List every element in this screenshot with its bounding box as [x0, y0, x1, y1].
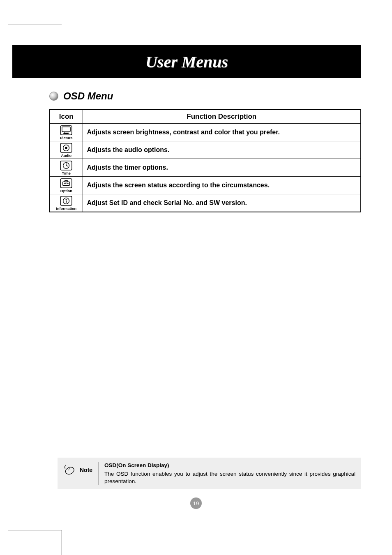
icon-label: Picture: [60, 136, 73, 140]
page-title-bar: User Menus: [12, 45, 361, 78]
icon-label: Information: [56, 207, 77, 211]
crop-mark: [62, 530, 62, 555]
note-box: Note OSD(On Screen Display) The OSD func…: [58, 458, 361, 489]
page-title: User Menus: [145, 52, 228, 71]
icon-label: Audio: [61, 154, 72, 158]
crop-mark: [361, 0, 361, 25]
desc-cell: Adjusts the audio options.: [83, 141, 361, 159]
bullet-icon: [49, 92, 58, 101]
svg-line-22: [69, 467, 70, 470]
icon-label: Option: [60, 189, 72, 193]
page-number: 19: [190, 497, 202, 509]
table-row: Audio Adjusts the audio options.: [50, 141, 361, 159]
osd-table: Icon Function Description: [49, 109, 361, 212]
page-number-value: 19: [193, 500, 199, 507]
section-header: OSD Menu: [49, 90, 361, 102]
icon-cell-information: Information: [50, 194, 83, 212]
information-icon: [60, 196, 72, 206]
col-header-desc: Function Description: [83, 110, 361, 124]
note-divider: [98, 462, 99, 485]
desc-cell: Adjusts the screen status according to t…: [83, 177, 361, 194]
time-icon: [60, 161, 72, 170]
icon-cell-picture: Picture: [50, 124, 83, 141]
desc-cell: Adjusts the timer options.: [83, 159, 361, 177]
picture-icon: [60, 125, 72, 135]
icon-cell-audio: Audio: [50, 141, 83, 159]
note-label: Note: [80, 467, 92, 473]
note-icon-wrap: Note: [62, 462, 92, 477]
table-row: Option Adjusts the screen status accordi…: [50, 177, 361, 194]
svg-line-21: [67, 468, 69, 470]
svg-point-18: [66, 199, 67, 200]
svg-point-20: [65, 466, 75, 476]
svg-point-6: [65, 147, 67, 149]
osd-section: OSD Menu Icon Function Description: [49, 90, 361, 212]
note-text: The OSD function enables you to adjust t…: [104, 470, 355, 485]
svg-rect-11: [60, 179, 72, 188]
note-body: OSD(On Screen Display) The OSD function …: [104, 462, 355, 485]
note-title: OSD(On Screen Display): [104, 462, 355, 469]
audio-icon: [60, 143, 72, 153]
mouse-icon: [62, 463, 76, 477]
option-icon: [60, 178, 72, 188]
table-row: Information Adjust Set ID and check Seri…: [50, 194, 361, 212]
svg-line-10: [66, 166, 68, 166]
desc-cell: Adjust Set ID and check Serial No. and S…: [83, 194, 361, 212]
svg-rect-13: [65, 181, 68, 182]
table-row: Picture Adjusts screen brightness, contr…: [50, 124, 361, 141]
icon-label: Time: [62, 171, 71, 175]
table-row: Time Adjusts the timer options.: [50, 159, 361, 177]
icon-cell-option: Option: [50, 177, 83, 194]
svg-rect-1: [62, 127, 70, 132]
svg-rect-2: [65, 132, 68, 134]
desc-cell: Adjusts screen brightness, contrast and …: [83, 124, 361, 141]
section-title: OSD Menu: [63, 90, 113, 102]
table-header-row: Icon Function Description: [50, 110, 361, 124]
page-content: User Menus OSD Menu Icon Function Descri…: [0, 25, 392, 530]
col-header-icon: Icon: [50, 110, 83, 124]
icon-cell-time: Time: [50, 159, 83, 177]
crop-mark: [361, 530, 361, 555]
